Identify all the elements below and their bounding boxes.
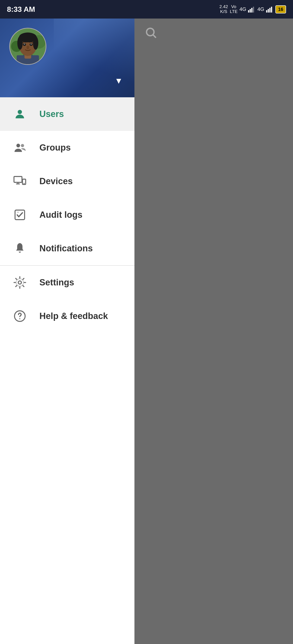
sidebar-item-label-help: Help & feedback (39, 311, 108, 321)
network-speed: 2.42K/S (219, 4, 228, 14)
groups-icon (12, 140, 28, 156)
status-icons: 2.42K/S VoLTE 4G 4G 16 (219, 4, 286, 14)
sidebar-item-settings[interactable]: Settings (0, 266, 134, 299)
status-bar: 8:33 AM 2.42K/S VoLTE 4G 4G 16 (0, 0, 293, 18)
svg-rect-4 (266, 10, 267, 12)
avatar (9, 28, 46, 65)
svg-rect-6 (269, 8, 270, 12)
audit-icon (12, 207, 28, 223)
svg-point-23 (27, 46, 29, 49)
overlay-right[interactable] (134, 18, 293, 644)
sidebar-item-label-groups: Groups (39, 143, 71, 153)
svg-point-22 (31, 43, 32, 45)
sidebar-item-notifications[interactable]: Notifications (0, 232, 134, 265)
sidebar-item-label-users: Users (39, 109, 64, 119)
svg-rect-5 (268, 9, 269, 12)
bell-icon (12, 240, 28, 257)
vo-lte: VoLTE (230, 4, 238, 14)
dropdown-arrow[interactable]: ▼ (115, 76, 123, 86)
svg-rect-27 (14, 176, 22, 182)
svg-point-34 (18, 281, 21, 284)
settings-icon (12, 274, 28, 291)
svg-rect-2 (251, 8, 252, 12)
svg-rect-0 (248, 10, 249, 12)
svg-point-21 (24, 43, 25, 45)
svg-point-24 (18, 110, 22, 114)
signal-4g-1: 4G (239, 6, 246, 12)
svg-point-25 (16, 144, 20, 147)
sidebar-item-devices[interactable]: Devices (0, 164, 134, 198)
drawer-header: ▼ (0, 18, 134, 97)
signal-bars-1 (248, 6, 255, 12)
svg-point-17 (17, 36, 23, 50)
svg-point-18 (33, 36, 38, 50)
help-icon (12, 308, 28, 324)
svg-rect-3 (253, 7, 254, 12)
sidebar-item-label-settings: Settings (39, 278, 74, 288)
status-time: 8:33 AM (7, 5, 35, 14)
user-icon (12, 106, 28, 122)
battery-indicator: 16 (275, 5, 286, 14)
svg-rect-1 (250, 9, 251, 12)
drawer: ▼ Users Groups (0, 18, 134, 644)
sidebar-item-label-notifications: Notifications (39, 244, 93, 254)
sidebar-item-help[interactable]: Help & feedback (0, 299, 134, 333)
signal-bars-2 (266, 6, 273, 12)
svg-point-26 (21, 144, 24, 147)
svg-rect-7 (271, 7, 272, 12)
sidebar-item-label-audit-logs: Audit logs (39, 210, 83, 220)
search-button[interactable] (141, 23, 160, 42)
devices-icon (12, 173, 28, 190)
svg-line-39 (153, 35, 155, 37)
svg-point-35 (16, 279, 24, 286)
signal-4g-2: 4G (257, 6, 264, 12)
sidebar-item-label-devices: Devices (39, 176, 73, 186)
sidebar-item-users[interactable]: Users (0, 97, 134, 131)
svg-point-37 (19, 318, 21, 320)
sidebar-item-audit-logs[interactable]: Audit logs (0, 198, 134, 232)
main-container: ▼ Users Groups (0, 18, 293, 644)
sidebar-item-groups[interactable]: Groups (0, 131, 134, 164)
